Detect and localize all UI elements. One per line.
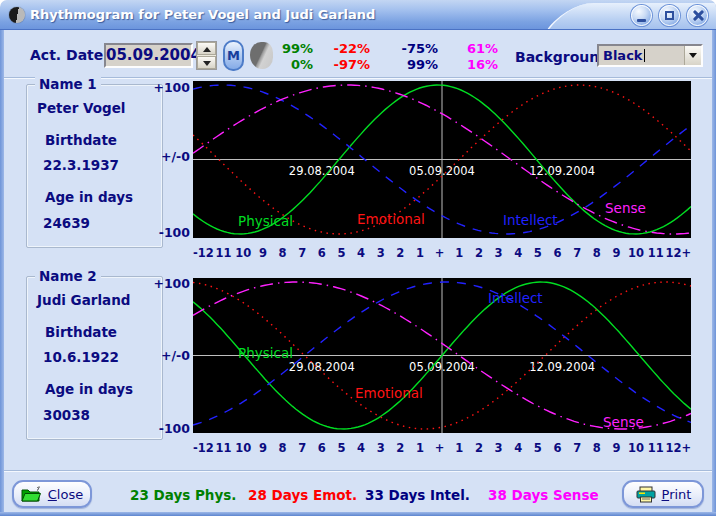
background-label: Background — [515, 49, 609, 65]
x-axis-tick: 6 — [548, 441, 568, 457]
x-axis-days-1: -121110987654321+123456789101112+ — [193, 246, 691, 262]
name1-panel: Name 1 Peter Vogel Birthdate 22.3.1937 A… — [26, 84, 163, 248]
x-axis-tick: -12 — [193, 441, 214, 457]
emot-cycle-text: 28 Days Emot. — [248, 487, 357, 503]
y-axis-zero-2: +/-0 — [150, 348, 190, 363]
person1-age-days: 24639 — [43, 215, 90, 231]
x-axis-tick: + — [430, 441, 450, 457]
maximize-button[interactable] — [659, 5, 680, 26]
spin-down-button[interactable] — [197, 56, 216, 69]
x-axis-tick: 7 — [567, 246, 587, 262]
x-axis-tick: + — [430, 246, 450, 262]
x-axis-tick: 9 — [253, 246, 273, 262]
x-axis-tick: 10 — [626, 246, 646, 262]
act-date-field[interactable]: 05.09.2004 — [104, 43, 193, 68]
sense-cycle-text: 38 Days Sense — [488, 487, 599, 503]
x-axis-tick: -12 — [193, 246, 214, 262]
x-axis-tick: 9 — [607, 441, 627, 457]
x-axis-tick: 9 — [607, 246, 627, 262]
x-axis-tick: 1 — [449, 246, 469, 262]
person2-name: Judi Garland — [37, 292, 131, 308]
biorhythm-percent: 0% — [270, 57, 313, 73]
x-axis-tick: 5 — [332, 441, 352, 457]
x-axis-tick: 1 — [410, 246, 430, 262]
x-axis-tick: 8 — [587, 441, 607, 457]
x-axis-tick: 7 — [567, 441, 587, 457]
window-frame-left — [0, 30, 4, 516]
x-axis-tick: 10 — [233, 246, 253, 262]
arrow-down-icon — [203, 61, 211, 66]
svg-text:Intellect: Intellect — [488, 290, 543, 306]
x-axis-tick: 8 — [273, 441, 293, 457]
x-axis-tick: 8 — [273, 246, 293, 262]
act-date-label: Act. Date — [30, 47, 103, 63]
biorhythm-percent: -97% — [313, 57, 370, 73]
x-axis-tick: 3 — [489, 441, 509, 457]
biorhythm-percent: 16% — [438, 57, 498, 73]
svg-text:29.08.2004: 29.08.2004 — [289, 360, 355, 374]
person2-birthdate-label: Birthdate — [45, 324, 117, 340]
background-select-value: Black — [599, 46, 684, 65]
x-axis-tick: 4 — [508, 246, 528, 262]
phys-cycle-text: 23 Days Phys. — [130, 487, 236, 503]
x-axis-tick: 2 — [391, 441, 411, 457]
biorhythm-percent: -22% — [313, 41, 370, 57]
intel-cycle-text: 33 Days Intel. — [365, 487, 470, 503]
date-spinner — [196, 41, 217, 70]
x-axis-tick: 2 — [469, 246, 489, 262]
x-axis-tick: 10 — [626, 441, 646, 457]
x-axis-tick: 5 — [528, 441, 548, 457]
person2-age-days: 30038 — [43, 407, 90, 423]
moon-m-button[interactable]: M — [223, 40, 244, 71]
svg-text:Sense: Sense — [605, 200, 646, 216]
statusbar-divider — [4, 470, 712, 472]
name2-panel: Name 2 Judi Garland Birthdate 10.6.1922 … — [26, 276, 163, 440]
percent-grid: 99%-22%-75%61%0%-97%99%16% — [270, 41, 498, 73]
x-axis-tick: 3 — [489, 246, 509, 262]
y-axis-minus100-2: -100 — [150, 421, 190, 436]
biorhythm-chart-person1: 29.08.200405.09.200412.09.2004PhysicalEm… — [193, 81, 691, 238]
svg-text:Emotional: Emotional — [355, 385, 423, 401]
close-window-button[interactable] — [687, 5, 708, 26]
x-axis-tick: 7 — [292, 441, 312, 457]
dropdown-arrow-button[interactable] — [684, 46, 701, 65]
biorhythm-percent: 99% — [270, 41, 313, 57]
background-select[interactable]: Black — [597, 44, 703, 67]
biorhythm-percent: 61% — [438, 41, 498, 57]
app-moon-icon — [9, 7, 25, 23]
print-button-label: Print — [662, 487, 692, 502]
y-axis-minus100-1: -100 — [150, 225, 190, 240]
biorhythm-percent: 99% — [370, 57, 438, 73]
svg-text:Physical: Physical — [238, 345, 293, 361]
person2-birthdate: 10.6.1922 — [43, 349, 119, 365]
x-axis-tick: 12+ — [666, 246, 692, 262]
x-axis-tick: 1 — [410, 441, 430, 457]
y-axis-plus100-1: +100 — [150, 80, 190, 95]
close-button[interactable]: Close — [12, 480, 92, 508]
x-axis-tick: 6 — [312, 441, 332, 457]
x-axis-tick: 4 — [351, 246, 371, 262]
x-axis-tick: 11 — [646, 246, 666, 262]
x-axis-tick: 2 — [391, 246, 411, 262]
printer-icon — [635, 486, 657, 503]
x-axis-tick: 4 — [508, 441, 528, 457]
x-axis-tick: 3 — [371, 441, 391, 457]
spin-up-button[interactable] — [197, 42, 216, 55]
svg-text:Sense: Sense — [603, 414, 644, 430]
person1-name: Peter Vogel — [37, 100, 125, 116]
close-button-label: Close — [48, 487, 83, 502]
minimize-button[interactable] — [631, 5, 652, 26]
svg-text:05.09.2004: 05.09.2004 — [409, 360, 475, 374]
open-folder-icon — [21, 486, 43, 503]
print-button[interactable]: Print — [622, 480, 704, 508]
svg-text:Emotional: Emotional — [357, 211, 425, 227]
x-axis-tick: 8 — [587, 246, 607, 262]
rhythmogram-window: Rhythmogram for Peter Vogel and Judi Gar… — [0, 0, 716, 516]
title-bar: Rhythmogram for Peter Vogel and Judi Gar… — [0, 0, 716, 30]
x-axis-tick: 11 — [646, 441, 666, 457]
x-axis-tick: 9 — [253, 441, 273, 457]
svg-text:Intellect: Intellect — [503, 212, 558, 228]
svg-text:12.09.2004: 12.09.2004 — [529, 360, 595, 374]
x-axis-tick: 10 — [233, 441, 253, 457]
toolbar-divider — [4, 77, 712, 79]
